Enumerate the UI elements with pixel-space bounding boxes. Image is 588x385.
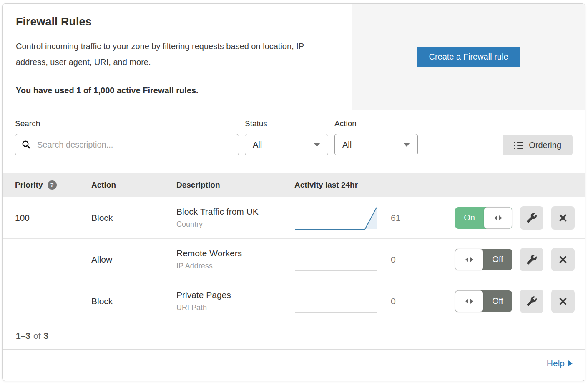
action-label: Action [334, 119, 418, 128]
toggle-handle-arrows-icon [455, 290, 483, 312]
edit-rule-button[interactable] [520, 206, 543, 230]
toggle-handle-arrows-icon [484, 207, 512, 229]
column-priority: Priority [15, 180, 43, 190]
status-select[interactable]: All [245, 134, 328, 155]
toggle-state-label: Off [483, 290, 512, 312]
activity-sparkline [294, 288, 380, 314]
page-title: Firewall Rules [16, 15, 338, 28]
header-section: Firewall Rules Control incoming traffic … [3, 4, 585, 110]
triangle-right-icon [568, 360, 573, 366]
rule-description: Private Pages [176, 290, 294, 300]
close-icon [558, 255, 568, 265]
action-group: Action All [334, 119, 418, 155]
page-description: Control incoming traffic to your zone by… [16, 38, 337, 70]
rule-enabled-toggle[interactable]: Off [455, 290, 512, 312]
wrench-icon [526, 296, 537, 307]
close-icon [558, 213, 568, 223]
edit-rule-button[interactable] [520, 290, 543, 313]
action-select-value: All [342, 140, 352, 150]
activity-count: 0 [391, 296, 407, 306]
activity-sparkline [294, 205, 380, 231]
ordering-button[interactable]: Ordering [503, 135, 573, 155]
rule-enabled-toggle[interactable]: Off [455, 249, 512, 270]
table-row: 100 Block Block Traffic from UK Country … [3, 197, 585, 239]
column-activity: Activity last 24hr [294, 180, 455, 190]
pagination-of-label: of [33, 331, 41, 341]
wrench-icon [526, 254, 537, 265]
rule-priority: 100 [15, 213, 91, 223]
status-select-value: All [253, 140, 262, 150]
activity-count: 0 [391, 255, 407, 265]
activity-sparkline [294, 247, 380, 272]
delete-rule-button[interactable] [551, 290, 575, 313]
table-row: Block Private Pages URI Path 0 Off [3, 280, 585, 322]
edit-rule-button[interactable] [520, 248, 543, 271]
column-action: Action [91, 180, 176, 190]
status-label: Status [245, 119, 328, 128]
rule-action: Block [91, 213, 176, 223]
toggle-state-label: Off [483, 249, 512, 270]
action-select[interactable]: All [334, 134, 418, 155]
pagination-range: 1–3 [16, 331, 30, 341]
priority-help-icon[interactable]: ? [48, 180, 57, 190]
column-description: Description [176, 180, 294, 190]
rule-match-type: IP Address [176, 262, 294, 270]
firewall-rules-card: Firewall Rules Control incoming traffic … [2, 3, 585, 381]
help-link[interactable]: Help [547, 358, 573, 368]
header-action-panel: Create a Firewall rule [352, 4, 585, 110]
rule-action: Block [91, 296, 176, 306]
ordering-button-label: Ordering [529, 140, 561, 150]
usage-note: You have used 1 of 1,000 active Firewall… [16, 86, 338, 95]
search-input[interactable] [15, 134, 239, 155]
status-group: Status All [245, 119, 328, 155]
search-icon [21, 140, 31, 150]
filter-bar: Search Status All Action All [3, 110, 585, 173]
help-link-label: Help [547, 358, 565, 368]
rule-match-type: URI Path [176, 303, 294, 312]
chevron-down-icon [403, 143, 410, 147]
close-icon [558, 296, 568, 306]
search-label: Search [15, 119, 239, 128]
activity-count: 61 [391, 213, 407, 223]
ordered-list-icon [514, 141, 523, 149]
create-firewall-rule-button[interactable]: Create a Firewall rule [417, 47, 520, 67]
header-text-block: Firewall Rules Control incoming traffic … [3, 4, 352, 110]
search-group: Search [15, 119, 239, 155]
delete-rule-button[interactable] [551, 206, 575, 230]
chevron-down-icon [314, 143, 320, 147]
toggle-handle-arrows-icon [455, 249, 483, 270]
rule-enabled-toggle[interactable]: On [455, 207, 512, 229]
pagination-bar: 1–3 of 3 [3, 322, 585, 350]
pagination-total: 3 [44, 331, 49, 341]
delete-rule-button[interactable] [551, 248, 575, 271]
table-header: Priority ? Action Description Activity l… [3, 173, 585, 197]
rule-action: Allow [91, 255, 176, 265]
toggle-state-label: On [455, 207, 484, 229]
wrench-icon [526, 212, 537, 223]
help-bar: Help [3, 350, 585, 377]
rule-description: Block Traffic from UK [176, 207, 294, 217]
rule-description: Remote Workers [176, 248, 294, 258]
rule-match-type: Country [176, 220, 294, 229]
table-row: Allow Remote Workers IP Address 0 Off [3, 239, 585, 280]
